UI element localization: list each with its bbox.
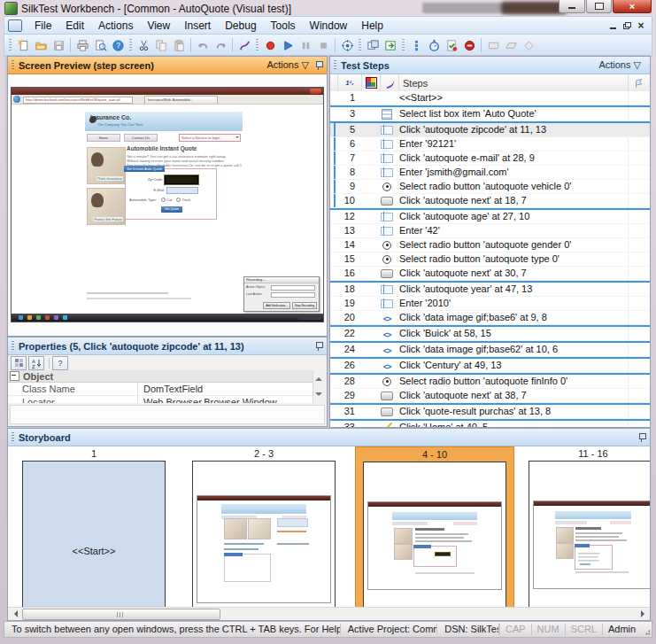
mdi-close-button[interactable]: × [634,19,648,32]
test-step-row[interactable]: 14 Select radio button 'autoquote gender… [330,238,650,252]
sort-alphabetical-button[interactable]: AZ [28,356,44,370]
property-row[interactable]: Class Name DomTextField [8,383,313,396]
test-step-row[interactable]: 19 Enter '2010' [330,297,650,311]
window-layout-button[interactable] [364,36,382,54]
storyboard-thumbnail-2-3[interactable]: 2 - 3 [185,446,343,608]
play-button[interactable] [279,36,297,54]
test-step-row[interactable]: 22 Click 'Buick' at 58, 15 [330,325,650,341]
cut-button[interactable] [135,36,152,54]
test-step-row[interactable]: 28 Select radio button 'autoquote finInf… [330,373,650,389]
test-step-row[interactable]: 1 <<Start>> [330,91,650,105]
step-flag-cell[interactable] [628,194,650,207]
pin-icon[interactable] [637,432,646,443]
test-step-row[interactable]: 15 Select radio button 'autoquote type 0… [330,252,650,267]
steps-button[interactable] [407,36,425,54]
step-flag-cell[interactable] [628,180,650,193]
step-flag-cell[interactable] [628,107,650,120]
categorized-button[interactable] [11,356,27,370]
step-flag-cell[interactable] [628,137,650,151]
minimize-button[interactable] [559,0,585,13]
step-flag-cell[interactable] [628,375,650,388]
pin-icon[interactable] [314,341,323,352]
flag-column-icon[interactable] [629,74,650,91]
menu-item-tools[interactable]: Tools [264,18,303,34]
scroll-left-button[interactable] [9,609,21,619]
properties-header[interactable]: Properties (5, Click 'autoquote zipcode'… [8,338,327,355]
step-flag-cell[interactable] [628,405,650,418]
step-flag-cell[interactable] [628,343,650,356]
identify-object-button[interactable] [338,36,356,54]
panel-drag-handle[interactable] [12,341,14,351]
storyboard-hscrollbar[interactable] [8,607,650,620]
step-flag-cell[interactable] [628,267,650,280]
test-step-row[interactable]: 24 Click 'data image gif;base62' at 10, … [330,341,650,357]
close-button[interactable]: × [613,0,652,13]
test-step-row[interactable]: 16 Click 'autoquote next' at 30, 7 [330,267,650,281]
storyboard-thumbnail-11-16[interactable]: 11 - 16 [527,446,650,608]
step-flag-cell[interactable] [628,283,650,296]
thumbnail-image[interactable] [529,461,650,608]
step-flag-cell[interactable] [628,297,650,310]
step-flag-cell[interactable] [628,238,650,252]
step-flag-cell[interactable] [628,123,650,136]
menu-item-file[interactable]: File [27,18,58,34]
new-visual-test-button[interactable] [14,36,32,54]
export-button[interactable] [382,36,399,54]
print-button[interactable] [73,36,91,54]
properties-scrollbar[interactable] [313,370,327,403]
screen-preview-header[interactable]: Screen Preview (step screen) Actions ▽ [8,57,327,74]
storyboard-thumbnail-4-10[interactable]: 4 - 10 [355,446,514,608]
storyboard-header[interactable]: Storyboard [8,429,650,446]
menu-item-insert[interactable]: Insert [177,18,218,34]
step-flag-cell[interactable] [628,166,650,179]
menu-item-window[interactable]: Window [303,18,355,34]
test-step-row[interactable]: 10 Click 'autoquote next' at 18, 7 [330,194,650,208]
property-row[interactable]: Locator Web Browser.Browser Window [8,396,313,403]
scroll-right-button[interactable] [637,609,649,619]
maximize-button[interactable] [586,0,612,13]
test-step-row[interactable]: 7 Click 'autoquote e-mail' at 28, 9 [330,151,650,166]
panel-drag-handle[interactable] [12,60,14,70]
menu-item-actions[interactable]: Actions [91,18,140,34]
print-preview-button[interactable] [91,36,109,54]
step-flag-cell[interactable] [628,327,650,340]
error-flag-button[interactable] [460,36,478,54]
toolbar-drag-handle[interactable] [256,39,259,51]
step-flag-cell[interactable] [628,389,650,402]
screen-preview-actions-menu[interactable]: Actions ▽ [266,59,309,71]
step-number-column-icon[interactable]: 1²₃ [346,80,354,86]
mdi-document-icon[interactable] [8,19,22,32]
test-step-row[interactable]: 31 Click 'quote-result purchas' at 13, 8 [330,403,650,419]
test-step-row[interactable]: 12 Click 'autoquote age' at 27, 10 [330,208,650,224]
step-flag-cell[interactable] [628,359,650,372]
hscroll-thumb[interactable] [22,609,220,620]
menu-item-view[interactable]: View [140,18,177,34]
verify-button[interactable] [443,36,460,54]
step-flag-cell[interactable] [628,224,650,237]
toolbar-drag-handle[interactable] [9,39,12,51]
help-button[interactable]: ? [109,36,127,54]
test-steps-actions-menu[interactable]: Actions ▽ [598,59,641,71]
action-column-icon[interactable] [383,77,396,89]
test-step-row[interactable]: 20 Click 'data image gif;base6' at 9, 8 [330,311,650,325]
test-step-row[interactable]: 3 Select list box item 'Auto Quote' [330,105,650,121]
properties-help-button[interactable]: ? [52,356,68,370]
step-flag-cell[interactable] [628,421,650,427]
test-step-row[interactable]: 5 Click 'autoquote zipcode' at 11, 13 [330,121,650,137]
menu-item-debug[interactable]: Debug [218,18,263,34]
thumbnail-image[interactable]: <<Start>> [22,461,166,608]
menu-item-edit[interactable]: Edit [58,18,91,34]
timer-button[interactable] [425,36,443,54]
storyboard-thumbnail-1[interactable]: 1 <<Start>> [15,446,173,608]
object-column-icon[interactable] [366,77,377,89]
title-bar[interactable]: SilkTest Workbench - [Common - AutoQuote… [0,0,656,16]
mdi-minimize-button[interactable] [606,19,620,32]
test-step-row[interactable]: 33 Click 'Home' at 40, 5 [330,419,650,427]
toolbar-drag-handle[interactable] [359,39,361,51]
collapse-icon[interactable] [10,371,19,381]
thumbnail-image[interactable] [192,461,336,608]
panel-drag-handle[interactable] [334,60,336,70]
thumbnail-image[interactable] [363,462,506,608]
test-step-row[interactable]: 9 Select radio button 'autoquote vehicle… [330,180,650,194]
test-step-row[interactable]: 29 Click 'autoquote next' at 38, 7 [330,389,650,403]
